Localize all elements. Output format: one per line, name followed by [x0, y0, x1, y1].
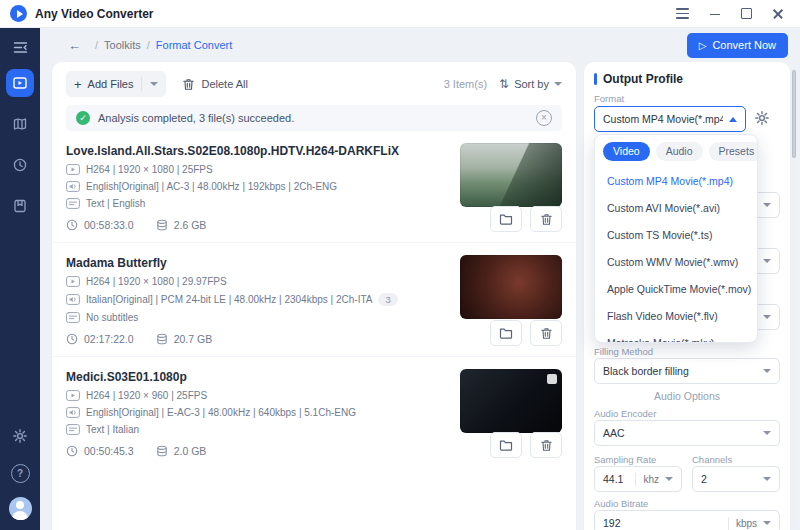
- chevron-down-icon: [763, 477, 771, 481]
- breadcrumb-toolkits[interactable]: Toolkits: [104, 39, 141, 51]
- file-title: Love.Island.All.Stars.S02E08.1080p.HDTV.…: [66, 144, 444, 158]
- delete-file-button[interactable]: [530, 432, 562, 458]
- check-glyph: ✓: [79, 113, 87, 123]
- trash-icon: [540, 327, 553, 340]
- file-meta-row: 02:17:22.0 20.7 GB: [66, 333, 444, 345]
- tab-video[interactable]: Video: [603, 142, 650, 161]
- channels-select[interactable]: 2: [692, 466, 780, 492]
- sidebar-toggle-icon[interactable]: [13, 38, 28, 56]
- duration-clock-icon: [66, 333, 78, 345]
- app-logo-icon: [10, 5, 27, 22]
- delete-all-button[interactable]: Delete All: [178, 71, 251, 97]
- sidebar-item-notes[interactable]: [6, 192, 34, 220]
- breadcrumb-separator: /: [95, 39, 98, 51]
- filling-method-select[interactable]: Black border filling: [594, 358, 780, 384]
- sampling-rate-field[interactable]: 44.1 khz: [594, 466, 682, 492]
- duration-clock-icon: [66, 219, 78, 231]
- format-tabs: Video Audio Presets: [595, 142, 757, 168]
- chevron-down-icon: [554, 82, 562, 86]
- open-folder-button[interactable]: [490, 432, 522, 458]
- sidebar-item-converter[interactable]: [6, 69, 34, 97]
- format-option-avi[interactable]: Custom AVI Movie(*.avi): [595, 195, 757, 222]
- format-option-mp4[interactable]: Custom MP4 Movie(*.mp4): [595, 168, 757, 195]
- audio-bitrate-field[interactable]: 192 kbps: [594, 510, 780, 530]
- delete-file-button[interactable]: [530, 206, 562, 232]
- audio-bitrate-unit[interactable]: kbps: [728, 517, 757, 530]
- format-value: Custom MP4 Movie(*.mp4): [603, 113, 723, 125]
- subtitle-icon: [66, 312, 80, 323]
- open-folder-button[interactable]: [490, 206, 522, 232]
- accent-bar: [594, 73, 597, 85]
- subtitle-spec: No subtitles: [86, 312, 138, 323]
- bookmark-icon: [12, 198, 28, 214]
- menu-icon[interactable]: [676, 8, 689, 19]
- audio-encoder-value: AAC: [603, 427, 757, 439]
- gear-icon: [12, 428, 28, 444]
- banner-close-icon[interactable]: ×: [536, 110, 552, 126]
- subtitle-spec-row: Text | English: [66, 198, 444, 209]
- convert-now-button[interactable]: ▷ Convert Now: [687, 33, 788, 58]
- video-track-icon: [66, 276, 80, 287]
- sidebar-item-settings[interactable]: [6, 422, 34, 450]
- minimize-button[interactable]: [709, 8, 721, 20]
- format-option-flv[interactable]: Flash Video Movie(*.flv): [595, 303, 757, 330]
- subtitle-spec-row: Text | Italian: [66, 424, 444, 435]
- file-size: 2.6 GB: [174, 219, 207, 231]
- close-button[interactable]: [772, 8, 784, 20]
- folder-icon: [499, 327, 513, 339]
- folder-icon: [499, 213, 513, 225]
- format-label: Format: [594, 93, 780, 104]
- breadcrumb: ← / Toolkits / Format Convert ▷ Convert …: [40, 28, 800, 62]
- audio-encoder-select[interactable]: AAC: [594, 420, 780, 446]
- sampling-rate-value: 44.1: [603, 473, 629, 485]
- format-option-mov[interactable]: Apple QuickTime Movie(*.mov): [595, 276, 757, 303]
- file-item: Madama Butterfly H264 | 1920 × 1080 | 29…: [52, 242, 576, 356]
- user-avatar[interactable]: [9, 497, 32, 520]
- sidebar-item-map[interactable]: [6, 110, 34, 138]
- back-arrow-icon[interactable]: ←: [68, 38, 81, 53]
- file-size-icon: [156, 445, 168, 457]
- file-size: 20.7 GB: [174, 333, 213, 345]
- format-option-clipped[interactable]: Matroska Movie(*.mkv): [595, 330, 757, 342]
- output-profile-panel: Output Profile Format Custom MP4 Movie(*…: [584, 62, 790, 530]
- open-folder-button[interactable]: [490, 320, 522, 346]
- file-duration: 02:17:22.0: [84, 333, 134, 345]
- video-thumbnail: [460, 369, 562, 433]
- video-spec: H264 | 1920 × 1080 | 25FPS: [86, 164, 213, 175]
- duration-clock-icon: [66, 445, 78, 457]
- add-files-button[interactable]: + Add Files: [66, 71, 166, 97]
- delete-all-label: Delete All: [201, 78, 247, 90]
- delete-file-button[interactable]: [530, 320, 562, 346]
- channels-label: Channels: [692, 454, 780, 465]
- tab-presets[interactable]: Presets: [709, 142, 758, 161]
- format-select[interactable]: Custom MP4 Movie(*.mp4): [594, 106, 746, 132]
- maximize-button[interactable]: [741, 8, 752, 19]
- subtitle-spec: Text | Italian: [86, 424, 139, 435]
- chevron-down-icon: [763, 259, 771, 263]
- scrollbar[interactable]: [792, 66, 796, 526]
- video-converter-icon: [12, 75, 28, 91]
- audio-bitrate-label: Audio Bitrate: [594, 498, 780, 509]
- audio-track-icon: [66, 294, 80, 305]
- file-size-icon: [156, 219, 168, 231]
- format-option-wmv[interactable]: Custom WMV Movie(*.wmv): [595, 249, 757, 276]
- sort-by-button[interactable]: ⇅ Sort by: [499, 77, 562, 91]
- chevron-down-icon[interactable]: [150, 82, 158, 86]
- sampling-rate-unit[interactable]: khz: [635, 473, 659, 486]
- sort-icon: ⇅: [499, 77, 509, 91]
- audio-track-count-badge: 3: [378, 293, 397, 306]
- profile-settings-icon[interactable]: [754, 110, 770, 130]
- video-track-icon: [66, 164, 80, 175]
- sidebar-item-history[interactable]: [6, 151, 34, 179]
- format-option-label: Matroska Movie(*.mkv): [595, 330, 757, 342]
- help-icon[interactable]: ?: [11, 464, 30, 483]
- tab-audio[interactable]: Audio: [656, 142, 703, 161]
- breadcrumb-format-convert: Format Convert: [156, 39, 232, 51]
- video-track-icon: [66, 390, 80, 401]
- sampling-rate-label: Sampling Rate: [594, 454, 682, 465]
- format-option-ts[interactable]: Custom TS Movie(*.ts): [595, 222, 757, 249]
- scrollbar-thumb[interactable]: [792, 70, 796, 158]
- add-files-label: Add Files: [88, 78, 134, 90]
- file-title: Madama Butterfly: [66, 256, 444, 270]
- audio-track-icon: [66, 181, 80, 192]
